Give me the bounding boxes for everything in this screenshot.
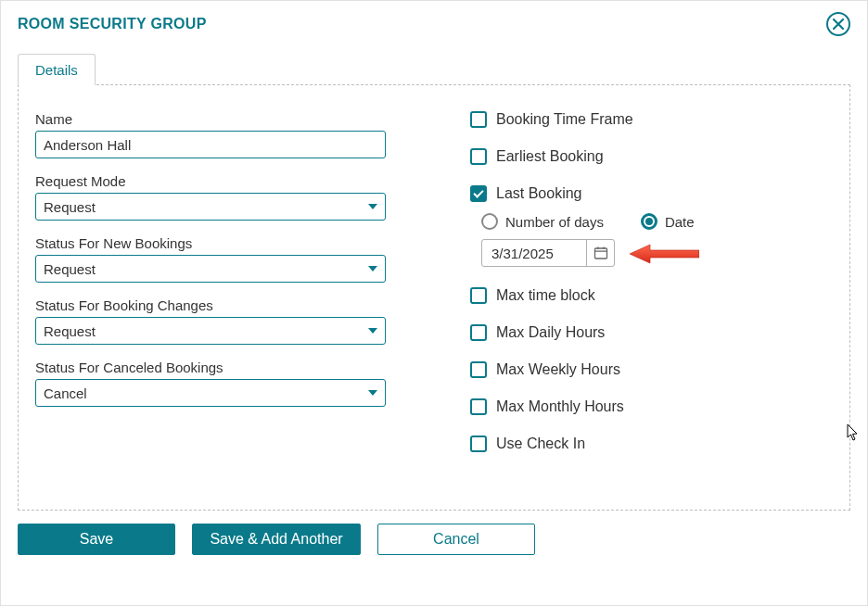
- use-check-in-label: Use Check In: [496, 436, 585, 452]
- max-monthly-checkbox[interactable]: [470, 398, 487, 415]
- option-last-booking: Last Booking: [470, 185, 831, 202]
- last-booking-sub-options: Number of days Date: [481, 213, 831, 230]
- chevron-down-icon: [368, 328, 377, 334]
- cursor-icon: [847, 423, 860, 442]
- status-changes-value: Request: [44, 323, 96, 339]
- last-booking-label: Last Booking: [496, 185, 582, 202]
- calendar-button[interactable]: [586, 239, 614, 267]
- option-earliest-booking: Earliest Booking: [470, 148, 831, 165]
- tab-bar: Details: [1, 36, 867, 84]
- name-label: Name: [35, 111, 396, 127]
- svg-rect-0: [594, 248, 606, 259]
- option-max-monthly: Max Monthly Hours: [470, 398, 831, 415]
- status-canceled-value: Cancel: [44, 385, 87, 401]
- status-new-select[interactable]: Request: [35, 255, 386, 283]
- field-status-changes: Status For Booking Changes Request: [35, 297, 396, 345]
- last-booking-checkbox[interactable]: [470, 185, 487, 202]
- close-button[interactable]: [826, 12, 850, 36]
- number-of-days-label: Number of days: [505, 214, 604, 230]
- option-max-time-block: Max time block: [470, 287, 831, 304]
- number-of-days-radio: [481, 213, 498, 230]
- tab-details[interactable]: Details: [18, 54, 96, 85]
- cancel-button[interactable]: Cancel: [377, 524, 535, 555]
- max-time-block-checkbox[interactable]: [470, 287, 487, 304]
- option-max-daily: Max Daily Hours: [470, 324, 831, 341]
- chevron-down-icon: [368, 204, 377, 209]
- details-panel: Name Request Mode Request Status For New…: [18, 84, 850, 511]
- radio-number-of-days[interactable]: Number of days: [481, 213, 604, 230]
- chevron-down-icon: [368, 390, 377, 396]
- max-weekly-checkbox[interactable]: [470, 361, 487, 378]
- save-add-another-button[interactable]: Save & Add Another: [192, 524, 361, 555]
- close-icon: [833, 19, 844, 30]
- request-mode-value: Request: [44, 199, 96, 215]
- modal-title: ROOM SECURITY GROUP: [18, 16, 207, 32]
- status-new-label: Status For New Bookings: [35, 235, 396, 251]
- room-security-group-modal: ROOM SECURITY GROUP Details Name Request…: [0, 0, 868, 606]
- footer-buttons: Save Save & Add Another Cancel: [1, 524, 867, 572]
- option-use-check-in: Use Check In: [470, 436, 831, 452]
- option-booking-time-frame: Booking Time Frame: [470, 111, 831, 128]
- booking-time-frame-label: Booking Time Frame: [496, 111, 633, 128]
- modal-header: ROOM SECURITY GROUP: [1, 1, 867, 36]
- status-changes-select[interactable]: Request: [35, 317, 386, 345]
- radio-date[interactable]: Date: [641, 213, 695, 230]
- status-canceled-label: Status For Canceled Bookings: [35, 360, 396, 375]
- earliest-booking-checkbox[interactable]: [470, 148, 487, 165]
- request-mode-label: Request Mode: [35, 173, 396, 189]
- max-daily-label: Max Daily Hours: [496, 324, 605, 341]
- field-request-mode: Request Mode Request: [35, 173, 396, 221]
- max-weekly-label: Max Weekly Hours: [496, 361, 620, 378]
- date-radio: [641, 213, 657, 230]
- svg-marker-4: [630, 245, 699, 263]
- arrow-annotation: [630, 243, 699, 263]
- chevron-down-icon: [368, 266, 377, 271]
- request-mode-select[interactable]: Request: [35, 193, 386, 221]
- left-column: Name Request Mode Request Status For New…: [35, 111, 433, 484]
- status-new-value: Request: [44, 261, 96, 277]
- save-button[interactable]: Save: [18, 524, 175, 555]
- max-monthly-label: Max Monthly Hours: [496, 398, 624, 415]
- field-name: Name: [35, 111, 396, 158]
- last-booking-date-input[interactable]: 3/31/2025: [481, 239, 615, 267]
- max-daily-checkbox[interactable]: [470, 324, 487, 341]
- max-time-block-label: Max time block: [496, 287, 595, 304]
- option-max-weekly: Max Weekly Hours: [470, 361, 831, 378]
- booking-time-frame-checkbox[interactable]: [470, 111, 487, 128]
- panel-wrap: Name Request Mode Request Status For New…: [1, 84, 867, 524]
- status-changes-label: Status For Booking Changes: [35, 297, 396, 313]
- field-status-new: Status For New Bookings Request: [35, 235, 396, 283]
- calendar-icon: [594, 246, 608, 260]
- name-input[interactable]: [35, 131, 386, 158]
- right-column: Booking Time Frame Earliest Booking Last…: [433, 111, 831, 484]
- field-status-canceled: Status For Canceled Bookings Cancel: [35, 360, 396, 407]
- date-value: 3/31/2025: [482, 242, 586, 265]
- date-radio-label: Date: [665, 214, 695, 230]
- use-check-in-checkbox[interactable]: [470, 436, 487, 452]
- status-canceled-select[interactable]: Cancel: [35, 379, 386, 407]
- date-row: 3/31/2025: [481, 239, 831, 267]
- earliest-booking-label: Earliest Booking: [496, 148, 604, 165]
